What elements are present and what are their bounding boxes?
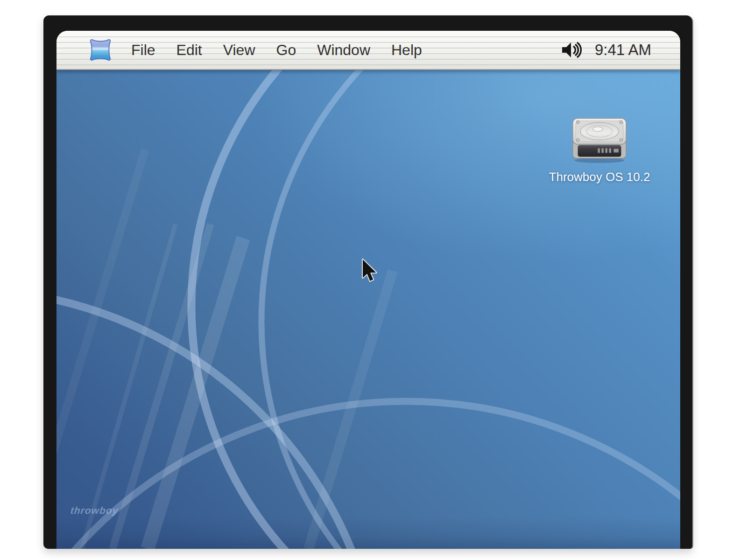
menu-file[interactable]: File (131, 31, 155, 70)
menu-window[interactable]: Window (317, 31, 370, 70)
volume-icon[interactable] (560, 40, 583, 60)
hard-disk-label: Throwboy OS 10.2 (549, 170, 650, 184)
blanket-fabric: File Edit View Go Window Help 9:41 AM (43, 15, 692, 549)
pillow-icon[interactable] (86, 37, 114, 63)
menu-bar: File Edit View Go Window Help 9:41 AM (56, 31, 680, 70)
printed-screen: File Edit View Go Window Help 9:41 AM (56, 31, 680, 549)
desktop-wallpaper[interactable]: Throwboy OS 10.2 throwboy (56, 70, 680, 549)
menu-edit[interactable]: Edit (176, 31, 202, 70)
menu-view[interactable]: View (223, 31, 255, 70)
hard-disk-art (569, 117, 630, 163)
menu-bar-status: 9:41 AM (560, 40, 651, 60)
arrow-cursor-icon (360, 258, 379, 284)
hard-disk-icon[interactable]: Throwboy OS 10.2 (553, 117, 646, 184)
menu-items: File Edit View Go Window Help (131, 31, 422, 70)
throwboy-watermark: throwboy (70, 505, 119, 516)
menu-bar-clock[interactable]: 9:41 AM (595, 41, 651, 59)
menu-help[interactable]: Help (391, 31, 422, 70)
menu-go[interactable]: Go (276, 31, 296, 70)
